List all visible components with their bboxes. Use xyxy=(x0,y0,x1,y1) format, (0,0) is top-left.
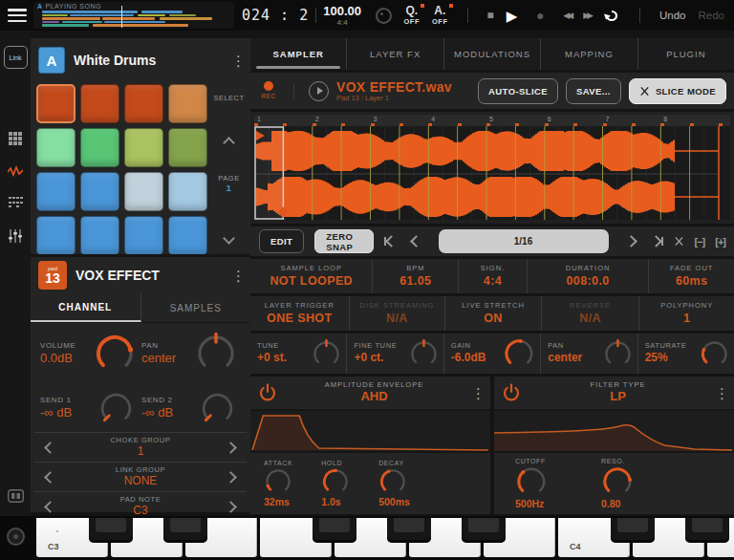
fine-tune-knob[interactable] xyxy=(409,339,439,369)
filter-menu-kebab-icon[interactable]: ⋮ xyxy=(715,386,726,400)
timeline-clip[interactable] xyxy=(138,14,165,17)
sample-name[interactable]: VOX EFFECT.wav xyxy=(336,79,470,95)
hamburger-menu-icon[interactable] xyxy=(8,9,27,22)
pad-4[interactable] xyxy=(168,84,207,123)
link-next-button[interactable] xyxy=(227,468,235,485)
bank-menu-kebab-icon[interactable]: ⋮ xyxy=(231,54,243,68)
timeline-clip[interactable] xyxy=(102,17,155,20)
pad-badge[interactable]: pad 13 xyxy=(38,261,67,290)
fade-out-cell[interactable]: FADE OUT 60ms xyxy=(648,259,734,293)
filter-value[interactable]: LP xyxy=(521,389,715,405)
save-button[interactable]: SAVE... xyxy=(566,78,621,104)
rec-button[interactable]: REC xyxy=(258,81,279,100)
envelope-menu-kebab-icon[interactable]: ⋮ xyxy=(471,386,483,400)
envelope-value[interactable]: AHD xyxy=(277,389,471,405)
envelope-power-button[interactable] xyxy=(258,383,277,402)
tab-layer-fx[interactable]: LAYER FX xyxy=(346,38,443,70)
pad-12[interactable] xyxy=(168,172,207,211)
tab-mapping[interactable]: MAPPING xyxy=(540,38,637,70)
tab-samples[interactable]: SAMPLES xyxy=(141,293,251,322)
black-key-1[interactable] xyxy=(89,518,133,543)
pad-note-next-button[interactable] xyxy=(227,498,235,515)
page-up-button[interactable] xyxy=(207,134,250,151)
filter-graph[interactable] xyxy=(494,411,734,453)
auto-slice-button[interactable]: AUTO-SLICE xyxy=(478,78,558,104)
choke-next-button[interactable] xyxy=(227,439,235,456)
saturate-knob[interactable] xyxy=(700,339,729,369)
stop-button[interactable]: ■ xyxy=(487,10,494,21)
forward-button[interactable]: ▶▶ xyxy=(583,11,591,20)
keys-panel-icon[interactable] xyxy=(0,489,31,503)
tab-sampler[interactable]: SAMPLER xyxy=(250,38,346,70)
timeline-playhead[interactable] xyxy=(121,6,122,28)
black-key-4[interactable] xyxy=(313,518,356,543)
skip-start-button[interactable] xyxy=(384,237,396,246)
wave-ruler[interactable]: 12345678 xyxy=(254,115,730,126)
pad-note-prev-button[interactable] xyxy=(46,498,54,515)
polyphony-cell[interactable]: POLYPHONY 1 xyxy=(638,296,734,331)
gain-knob[interactable] xyxy=(503,337,535,370)
link-button[interactable]: Link xyxy=(4,46,28,69)
pan-knob[interactable] xyxy=(195,333,237,375)
layer-trigger-cell[interactable]: LAYER TRIGGER ONE SHOT xyxy=(250,296,349,331)
timeline-clip[interactable] xyxy=(141,11,183,13)
prev-slice-button[interactable] xyxy=(412,237,421,246)
timeline-clip[interactable] xyxy=(169,14,197,17)
waveform-view-icon[interactable] xyxy=(0,165,31,178)
pad-3[interactable] xyxy=(124,84,163,123)
duration-cell[interactable]: DURATION 008:0.0 xyxy=(527,259,649,293)
signature-cell[interactable]: SIGN. 4:4 xyxy=(458,259,527,293)
pad-16[interactable] xyxy=(168,216,207,255)
sample-preview-button[interactable] xyxy=(309,81,329,101)
pad-13[interactable] xyxy=(36,216,76,255)
timeline-clip[interactable] xyxy=(42,24,89,27)
rewind-button[interactable]: ◀◀ xyxy=(563,11,571,20)
tab-modulations[interactable]: MODULATIONS xyxy=(443,38,540,70)
cutoff-knob[interactable] xyxy=(515,465,548,498)
grid-size-button[interactable]: 1/16 xyxy=(439,229,609,253)
metronome-button[interactable] xyxy=(376,8,392,24)
keyboard-mod-knob[interactable] xyxy=(7,528,25,546)
pad-1[interactable] xyxy=(36,84,76,123)
step-sequencer-view-icon[interactable] xyxy=(0,197,31,207)
reverse-cell[interactable]: REVERSE N/A xyxy=(541,296,639,331)
bank-badge[interactable]: A xyxy=(38,47,65,74)
pad-9[interactable] xyxy=(36,172,76,211)
redo-button[interactable]: Redo xyxy=(699,10,725,21)
timeline-clip[interactable] xyxy=(42,17,100,20)
song-position[interactable]: 024 : 2 xyxy=(242,7,309,24)
slice-tool-button[interactable] xyxy=(674,236,684,247)
attack-knob[interactable] xyxy=(264,467,292,496)
pad-14[interactable] xyxy=(80,216,119,255)
black-key-5[interactable] xyxy=(387,518,431,543)
timeline-clip[interactable] xyxy=(42,11,138,13)
envelope-graph[interactable] xyxy=(250,411,490,453)
timeline-clip[interactable] xyxy=(70,14,134,17)
tempo-display[interactable]: 100.00 4:4 xyxy=(323,5,361,27)
pad-5[interactable] xyxy=(36,128,76,167)
pad-8[interactable] xyxy=(168,128,207,167)
mixer-view-icon[interactable] xyxy=(0,229,31,243)
decay-knob[interactable] xyxy=(378,467,407,496)
record-button[interactable]: ● xyxy=(529,9,550,22)
timeline-clip[interactable] xyxy=(104,21,164,24)
resonance-knob[interactable] xyxy=(601,465,634,498)
automation-button[interactable]: A. OFF xyxy=(432,5,448,26)
layer-pan-knob[interactable] xyxy=(603,339,633,369)
timeline-clip[interactable] xyxy=(42,14,68,17)
play-button[interactable]: ▶ xyxy=(507,9,518,23)
tab-channel[interactable]: CHANNEL xyxy=(31,293,141,322)
black-key-8[interactable] xyxy=(611,518,655,543)
tab-plugin[interactable]: PLUGIN xyxy=(637,38,734,70)
pad-7[interactable] xyxy=(124,128,163,167)
disk-streaming-cell[interactable]: DISK STREAMING N/A xyxy=(349,296,445,331)
pad-11[interactable] xyxy=(124,172,163,211)
zero-snap-button[interactable]: ZERO SNAP xyxy=(314,229,373,253)
timeline-clip[interactable] xyxy=(160,17,212,20)
black-key-2[interactable] xyxy=(163,518,207,543)
zoom-in-button[interactable]: [+] xyxy=(715,236,725,248)
skip-end-button[interactable] xyxy=(652,237,663,246)
quantize-button[interactable]: Q. OFF xyxy=(404,5,421,26)
slice-mode-button[interactable]: SLICE MODE xyxy=(629,78,726,104)
waveform-display[interactable] xyxy=(254,126,730,220)
